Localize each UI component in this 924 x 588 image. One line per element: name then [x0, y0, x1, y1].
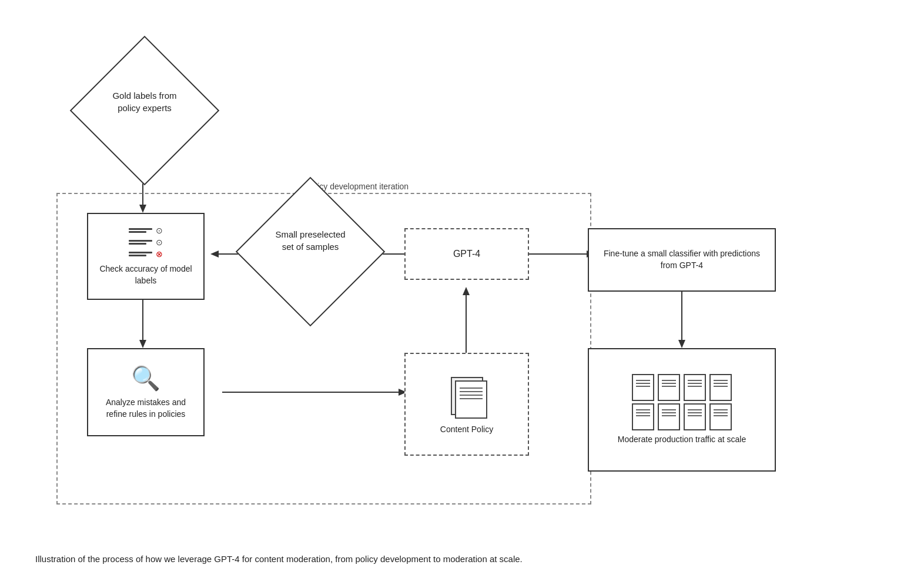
- check-accuracy-label: Check accuracy of model labels: [96, 263, 195, 286]
- magnifier-icon: 🔍: [131, 365, 160, 392]
- diagram-container: Policy development iteration Gold labels…: [35, 24, 889, 566]
- content-policy-label: Content Policy: [440, 424, 493, 436]
- content-policy-icon: [443, 373, 490, 420]
- small-preselected-diamond-wrapper: Small preselectedset of samples: [257, 199, 363, 305]
- moderate-docs-icon: [632, 374, 732, 430]
- analyze-mistakes-label: Analyze mistakes and refine rules in pol…: [96, 397, 195, 420]
- fine-tune-box: Fine-tune a small classifier with predic…: [588, 228, 776, 292]
- content-policy-box: Content Policy: [404, 353, 529, 456]
- gold-labels-diamond-wrapper: Gold labels frompolicy experts: [92, 58, 197, 163]
- analyze-mistakes-box: 🔍 Analyze mistakes and refine rules in p…: [87, 348, 205, 436]
- moderate-box: Moderate production traffic at scale: [588, 348, 776, 472]
- fine-tune-label: Fine-tune a small classifier with predic…: [597, 248, 766, 271]
- svg-marker-15: [678, 340, 685, 348]
- diagram-caption: Illustration of the process of how we le…: [35, 553, 523, 566]
- gpt4-box: GPT-4: [404, 228, 529, 280]
- gold-labels-text: Gold labels frompolicy experts: [92, 89, 197, 114]
- small-preselected-text: Small preselectedset of samples: [257, 228, 363, 253]
- gpt4-label: GPT-4: [453, 248, 480, 260]
- check-accuracy-box: ⊙ ⊙ ⊗ Check accuracy of model labels: [87, 213, 205, 300]
- diagram-area: Policy development iteration Gold labels…: [35, 24, 882, 541]
- checklist-icon: ⊙ ⊙ ⊗: [129, 226, 163, 259]
- moderate-label: Moderate production traffic at scale: [618, 434, 746, 446]
